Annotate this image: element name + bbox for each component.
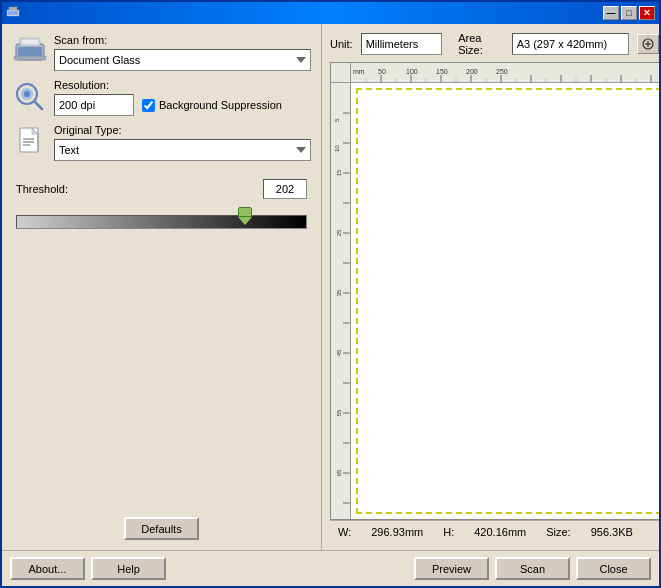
title-bar-text bbox=[6, 6, 20, 20]
original-type-label: Original Type: bbox=[54, 124, 311, 136]
resolution-dropdown[interactable]: 75 dpi 100 dpi 150 dpi 200 dpi 300 dpi 6… bbox=[54, 94, 134, 116]
threshold-section: Threshold: bbox=[12, 179, 311, 231]
top-ruler-svg: 50 100 150 200 250 bbox=[351, 63, 659, 83]
status-bar: W: 296.93mm H: 420.16mm Size: 956.3KB bbox=[330, 520, 659, 542]
resolution-content: Resolution: 75 dpi 100 dpi 150 dpi 200 d… bbox=[54, 79, 311, 116]
svg-rect-4 bbox=[18, 47, 42, 57]
right-panel: Unit: Millimeters Inches Pixels Area Siz… bbox=[322, 24, 659, 550]
svg-text:55: 55 bbox=[336, 409, 342, 416]
original-type-section: Original Type: Text Photo Text & Photo bbox=[12, 124, 311, 161]
unit-area-row: Unit: Millimeters Inches Pixels Area Siz… bbox=[330, 32, 659, 56]
threshold-label-row: Threshold: bbox=[16, 179, 307, 199]
svg-text:35: 35 bbox=[336, 289, 342, 296]
svg-line-11 bbox=[35, 102, 42, 109]
defaults-button[interactable]: Defaults bbox=[124, 517, 199, 540]
scanner-icon-container bbox=[12, 34, 48, 70]
scan-from-dropdown[interactable]: Document Glass ADF ADF Duplex bbox=[54, 49, 311, 71]
svg-rect-5 bbox=[14, 56, 46, 60]
left-ruler: 5 10 bbox=[331, 83, 351, 519]
resolution-icon-container bbox=[12, 79, 48, 115]
title-buttons: — □ ✕ bbox=[603, 6, 655, 20]
resolution-label: Resolution: bbox=[54, 79, 311, 91]
unit-dropdown[interactable]: Millimeters Inches Pixels bbox=[361, 33, 443, 55]
help-button[interactable]: Help bbox=[91, 557, 166, 580]
resolution-row: 75 dpi 100 dpi 150 dpi 200 dpi 300 dpi 6… bbox=[54, 94, 311, 116]
background-suppression-text: Background Suppression bbox=[159, 99, 282, 111]
close-button[interactable]: Close bbox=[576, 557, 651, 580]
size-value: 956.3KB bbox=[591, 526, 633, 538]
canvas-area bbox=[351, 83, 659, 519]
zoom-in-button[interactable] bbox=[637, 34, 659, 54]
title-bar: — □ ✕ bbox=[2, 2, 659, 24]
top-ruler: 50 100 150 200 250 bbox=[351, 63, 659, 83]
svg-text:45: 45 bbox=[336, 349, 342, 356]
threshold-label: Threshold: bbox=[16, 183, 68, 195]
svg-text:50: 50 bbox=[378, 68, 386, 75]
left-ruler-svg: 5 10 bbox=[331, 83, 351, 519]
original-type-dropdown[interactable]: Text Photo Text & Photo bbox=[54, 139, 311, 161]
svg-rect-1 bbox=[8, 11, 18, 15]
size-label: Size: bbox=[546, 526, 570, 538]
height-value: 420.16mm bbox=[474, 526, 526, 538]
scan-from-content: Scan from: Document Glass ADF ADF Duplex bbox=[54, 34, 311, 71]
zoom-in-icon bbox=[641, 37, 655, 51]
main-content: Scan from: Document Glass ADF ADF Duplex bbox=[2, 24, 659, 550]
zoom-buttons bbox=[637, 34, 659, 54]
resolution-section: Resolution: 75 dpi 100 dpi 150 dpi 200 d… bbox=[12, 79, 311, 116]
left-panel: Scan from: Document Glass ADF ADF Duplex bbox=[2, 24, 322, 550]
area-size-label: Area Size: bbox=[458, 32, 503, 56]
original-type-content: Original Type: Text Photo Text & Photo bbox=[54, 124, 311, 161]
bottom-right-buttons: Preview Scan Close bbox=[414, 557, 651, 580]
document-icon bbox=[12, 124, 48, 160]
preview-area: 50 100 150 200 250 bbox=[330, 62, 659, 520]
scan-from-label: Scan from: bbox=[54, 34, 311, 46]
thumb-arrow bbox=[238, 217, 252, 225]
scan-button[interactable]: Scan bbox=[495, 557, 570, 580]
original-type-icon-container bbox=[12, 124, 48, 160]
svg-rect-7 bbox=[22, 40, 38, 44]
scan-from-section: Scan from: Document Glass ADF ADF Duplex bbox=[12, 34, 311, 71]
threshold-input[interactable] bbox=[263, 179, 307, 199]
about-button[interactable]: About... bbox=[10, 557, 85, 580]
background-suppression-checkbox[interactable] bbox=[142, 99, 155, 112]
threshold-slider-container bbox=[16, 203, 307, 231]
defaults-button-row: Defaults bbox=[12, 507, 311, 540]
bottom-buttons-bar: About... Help Preview Scan Close bbox=[2, 550, 659, 586]
ruler-corner bbox=[331, 63, 351, 83]
svg-text:mm: mm bbox=[353, 68, 365, 75]
width-label: W: bbox=[338, 526, 351, 538]
svg-text:65: 65 bbox=[336, 469, 342, 476]
svg-text:100: 100 bbox=[406, 68, 418, 75]
title-scanner-icon bbox=[6, 6, 20, 20]
svg-text:250: 250 bbox=[496, 68, 508, 75]
area-size-dropdown[interactable]: A3 (297 x 420mm) A4 (210 x 297mm) Letter bbox=[512, 33, 629, 55]
close-window-button[interactable]: ✕ bbox=[639, 6, 655, 20]
minimize-button[interactable]: — bbox=[603, 6, 619, 20]
svg-text:25: 25 bbox=[336, 229, 342, 236]
unit-label: Unit: bbox=[330, 38, 353, 50]
svg-text:15: 15 bbox=[336, 169, 342, 176]
bottom-left-buttons: About... Help bbox=[10, 557, 166, 580]
main-window: — □ ✕ Scan from: bbox=[0, 0, 661, 588]
svg-text:5: 5 bbox=[334, 118, 340, 122]
svg-point-10 bbox=[24, 91, 30, 97]
width-value: 296.93mm bbox=[371, 526, 423, 538]
svg-rect-2 bbox=[9, 7, 17, 10]
page-outline bbox=[356, 88, 659, 514]
height-label: H: bbox=[443, 526, 454, 538]
resolution-icon bbox=[12, 79, 48, 115]
thumb-top bbox=[238, 207, 252, 217]
threshold-slider-track bbox=[16, 215, 307, 229]
maximize-button[interactable]: □ bbox=[621, 6, 637, 20]
scanner-icon bbox=[12, 34, 48, 70]
svg-text:200: 200 bbox=[466, 68, 478, 75]
threshold-slider-thumb[interactable] bbox=[238, 207, 252, 225]
svg-text:150: 150 bbox=[436, 68, 448, 75]
background-suppression-label[interactable]: Background Suppression bbox=[142, 99, 282, 112]
preview-button[interactable]: Preview bbox=[414, 557, 489, 580]
svg-text:10: 10 bbox=[334, 145, 340, 152]
